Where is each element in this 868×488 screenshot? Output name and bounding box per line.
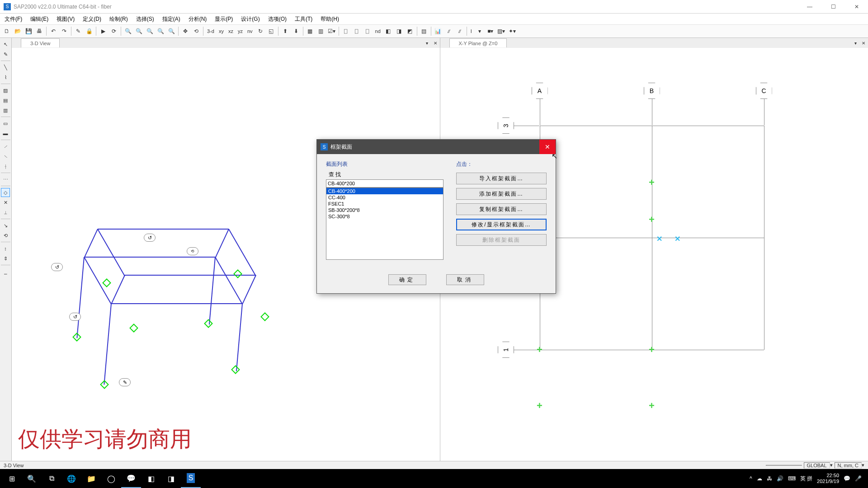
open-icon[interactable]: 📂 (13, 26, 23, 36)
copy-section-button[interactable]: 复制框架截面… (456, 203, 547, 215)
section-i-button[interactable]: I (469, 26, 474, 36)
tool14-icon[interactable]: ⟂ (1, 208, 10, 217)
right-pane-close-icon[interactable]: ✕ (860, 39, 867, 47)
pointer-tool-icon[interactable]: ↖ (1, 40, 10, 49)
tool4-icon[interactable]: ▤ (1, 96, 10, 105)
notification-icon[interactable]: 💬 (844, 475, 850, 482)
list-item[interactable]: FSEC1 (326, 201, 443, 207)
explorer-icon[interactable]: 📁 (81, 469, 101, 488)
view-yz-button[interactable]: yz (236, 26, 245, 36)
refresh-icon[interactable]: ✎ (73, 26, 83, 36)
tool11-icon[interactable]: ⋯ (1, 175, 10, 184)
status-units-dropdown-icon[interactable]: ▾ (862, 462, 864, 468)
line-tool-icon[interactable]: ╲ (1, 63, 10, 72)
status-units[interactable]: N, mm, C (835, 462, 862, 469)
tool3-icon[interactable]: ▨ (1, 86, 10, 95)
redo-icon[interactable]: ↷ (59, 26, 69, 36)
tool17-icon[interactable]: ↕ (1, 244, 10, 253)
pane-dropdown-icon[interactable]: ▾ (424, 39, 431, 47)
menu-assign[interactable]: 指定(A) (162, 15, 180, 23)
view-3d-button[interactable]: 3-d (205, 26, 216, 36)
zoom-in-icon[interactable]: 🔍 (145, 26, 155, 36)
view-xy-button[interactable]: xy (217, 26, 226, 36)
object2-icon[interactable]: ⎕ (352, 26, 362, 36)
search-input[interactable] (326, 179, 443, 188)
tool9-icon[interactable]: ⟍ (1, 152, 10, 161)
snap-tool-icon[interactable]: ◇ (1, 188, 10, 197)
taskview-icon[interactable]: ⧉ (42, 469, 61, 488)
minimize-button[interactable]: — (802, 1, 817, 12)
grid-icon[interactable]: ▦ (305, 26, 315, 36)
marker1-icon[interactable]: ◧ (383, 26, 393, 36)
tool13-icon[interactable]: ✕ (1, 198, 10, 207)
view-nv-button[interactable]: nv (245, 26, 255, 36)
tray-volume-icon[interactable]: 🔊 (777, 475, 783, 482)
list-item[interactable]: CB-400*200 (326, 188, 443, 194)
edit-tool-icon[interactable]: ✎ (1, 50, 10, 59)
right-pane-dropdown-icon[interactable]: ▾ (852, 39, 859, 47)
analyze-icon[interactable]: ⟳ (109, 26, 119, 36)
maximize-button[interactable]: ☐ (826, 1, 841, 12)
zoom-prev-icon[interactable]: 🔍 (166, 26, 176, 36)
toggle-icon[interactable]: ☑▾ (327, 26, 337, 36)
tool19-icon[interactable]: ⎯ (1, 267, 10, 276)
object3-icon[interactable]: ⎕ (363, 26, 373, 36)
menu-tools[interactable]: 工具(T) (295, 15, 312, 23)
save-icon[interactable]: 💾 (24, 26, 33, 36)
down-icon[interactable]: ⬇ (291, 26, 301, 36)
tool16-icon[interactable]: ⟲ (1, 231, 10, 240)
wechat-icon[interactable]: 💬 (121, 469, 141, 488)
mic-icon[interactable]: 🎤 (855, 475, 862, 482)
search-icon[interactable]: 🔍 (22, 469, 42, 488)
shrink-icon[interactable]: ◱ (266, 26, 276, 36)
system-clock[interactable]: 22:50 2021/9/19 (817, 473, 839, 484)
tray-ime[interactable]: 英 拼 (800, 475, 812, 483)
view-options-icon[interactable]: ▥ (316, 26, 326, 36)
zoom-out-icon[interactable]: 🔍 (156, 26, 165, 36)
import-section-button[interactable]: 导入框架截面… (456, 173, 547, 184)
tray-chevron-icon[interactable]: ^ (750, 475, 752, 482)
up-icon[interactable]: ⬆ (280, 26, 290, 36)
new-icon[interactable]: 🗋 (2, 26, 12, 36)
tool15-icon[interactable]: ↘ (1, 221, 10, 230)
tray-keyboard-icon[interactable]: ⌨ (788, 475, 796, 482)
zoom-window-icon[interactable]: 🔍 (123, 26, 133, 36)
menu-display[interactable]: 显示(P) (215, 15, 233, 23)
status-dropdown-icon[interactable]: ▾ (830, 462, 833, 468)
left-pane-tab[interactable]: 3-D View (21, 38, 60, 47)
list-item[interactable]: SB-300*200*8 (326, 207, 443, 213)
frame-tool-icon[interactable]: ⌇ (1, 73, 10, 82)
modify-section-button[interactable]: 修改/显示框架截面… (456, 219, 547, 230)
menu-help[interactable]: 帮助(H) (321, 15, 339, 23)
menu-design[interactable]: 设计(G) (241, 15, 259, 23)
print-icon[interactable]: 🖶 (34, 26, 44, 36)
ok-button[interactable]: 确定 (388, 274, 426, 285)
marker2-icon[interactable]: ◨ (394, 26, 404, 36)
fill-tool-icon[interactable]: ▬ (1, 129, 10, 138)
menu-edit[interactable]: 编辑(E) (30, 15, 48, 23)
undo-icon[interactable]: ↶ (48, 26, 58, 36)
fill-icon[interactable]: ■▾ (486, 26, 495, 36)
list-item[interactable]: CC-400 (326, 194, 443, 201)
dropdown1-icon[interactable]: ▾ (475, 26, 485, 36)
chart2-icon[interactable]: ⫽ (444, 26, 454, 36)
menu-define[interactable]: 定义(D) (83, 15, 101, 23)
axis-icon[interactable]: ✦▾ (507, 26, 517, 36)
app-icon-1[interactable]: ◧ (141, 469, 161, 488)
list-item[interactable]: SC-300*8 (326, 213, 443, 220)
close-button[interactable]: ✕ (849, 1, 864, 12)
pane-close-icon[interactable]: ✕ (432, 39, 439, 47)
tray-cloud-icon[interactable]: ☁ (757, 475, 762, 482)
lock-icon[interactable]: 🔒 (84, 26, 94, 36)
table-icon[interactable]: ▤ (419, 26, 429, 36)
tray-network-icon[interactable]: 🖧 (767, 475, 772, 482)
zoom-fit-icon[interactable]: 🔍 (134, 26, 144, 36)
add-section-button[interactable]: 添加框架截面… (456, 188, 547, 200)
start-button[interactable]: ⊞ (2, 469, 22, 488)
marker3-icon[interactable]: ◩ (405, 26, 415, 36)
sap2000-taskbar-icon[interactable]: S (181, 469, 201, 488)
object1-icon[interactable]: ⎕ (341, 26, 351, 36)
menu-view[interactable]: 视图(V) (57, 15, 75, 23)
cancel-button[interactable]: 取消 (446, 274, 484, 285)
dialog-close-button[interactable]: ✕ (539, 140, 556, 154)
